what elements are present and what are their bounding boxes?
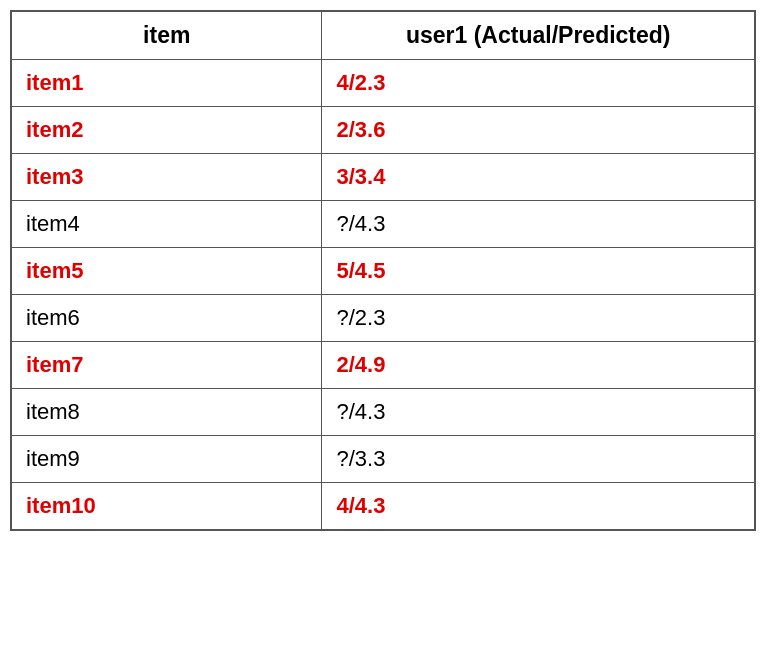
table-row: item104/4.3 [11,483,755,531]
value-cell: ?/3.3 [322,436,755,483]
table-row: item9?/3.3 [11,436,755,483]
item-cell: item5 [11,248,322,295]
table-row: item55/4.5 [11,248,755,295]
data-table: item user1 (Actual/Predicted) item14/2.3… [10,10,756,531]
value-cell: 3/3.4 [322,154,755,201]
value-cell: ?/2.3 [322,295,755,342]
item-cell: item10 [11,483,322,531]
item-cell: item1 [11,60,322,107]
table-row: item22/3.6 [11,107,755,154]
table-row: item8?/4.3 [11,389,755,436]
table-row: item72/4.9 [11,342,755,389]
table-row: item6?/2.3 [11,295,755,342]
value-cell: ?/4.3 [322,201,755,248]
value-cell: 4/4.3 [322,483,755,531]
main-table-wrapper: item user1 (Actual/Predicted) item14/2.3… [10,10,756,531]
item-cell: item4 [11,201,322,248]
col1-header: item [11,11,322,60]
value-cell: 5/4.5 [322,248,755,295]
item-cell: item7 [11,342,322,389]
value-cell: 2/3.6 [322,107,755,154]
item-cell: item3 [11,154,322,201]
col2-header: user1 (Actual/Predicted) [322,11,755,60]
table-row: item4?/4.3 [11,201,755,248]
item-cell: item9 [11,436,322,483]
item-cell: item6 [11,295,322,342]
table-row: item14/2.3 [11,60,755,107]
item-cell: item8 [11,389,322,436]
item-cell: item2 [11,107,322,154]
value-cell: 4/2.3 [322,60,755,107]
table-row: item33/3.4 [11,154,755,201]
value-cell: 2/4.9 [322,342,755,389]
header-row: item user1 (Actual/Predicted) [11,11,755,60]
value-cell: ?/4.3 [322,389,755,436]
